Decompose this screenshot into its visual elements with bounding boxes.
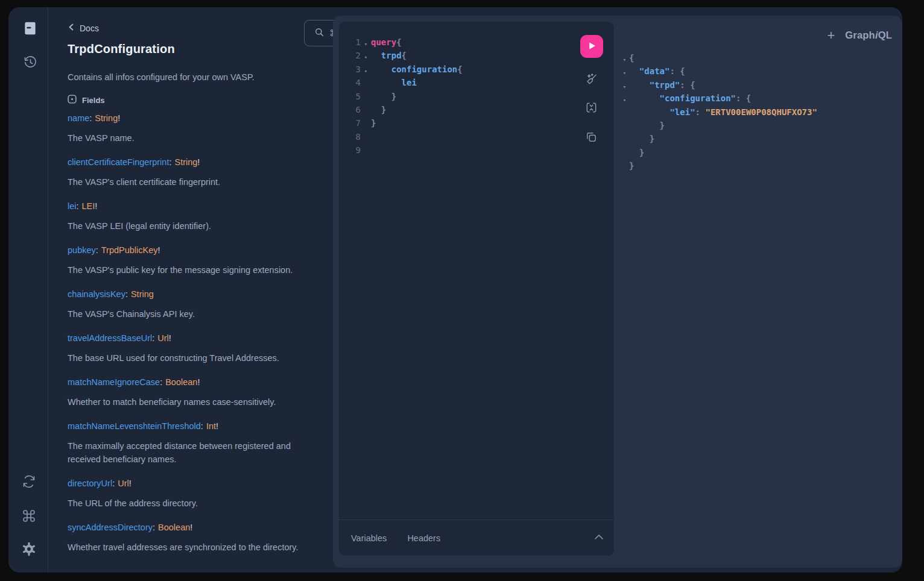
field-name-link[interactable]: chainalysisKey [68, 289, 128, 299]
execute-button[interactable] [580, 35, 603, 58]
field-name-link[interactable]: syncAddressDirectory [68, 523, 155, 532]
code-text: } [629, 148, 644, 161]
field-name-link[interactable]: travelAddressBaseUrl [68, 333, 154, 343]
merge-icon [584, 101, 598, 117]
code-token [629, 93, 660, 103]
field-description: Whether to match beneficiary names case-… [68, 395, 308, 409]
field-description: Whether travel addresses are synchronize… [68, 541, 308, 554]
refetch-icon [22, 474, 36, 489]
code-token: trpd [381, 51, 402, 60]
fold-arrow-icon[interactable]: ▾ [620, 53, 629, 66]
line-number: 7 [343, 118, 361, 131]
field-item: matchNameIgnoreCaseBooleanWhether to mat… [68, 376, 317, 409]
add-tab-button[interactable]: + [823, 28, 839, 43]
keyboard-shortcuts-button[interactable] [17, 504, 40, 527]
prettify-button[interactable] [584, 73, 598, 87]
refetch-schema-button[interactable] [17, 470, 40, 493]
settings-button[interactable] [17, 538, 40, 561]
breadcrumb-label[interactable]: Docs [80, 24, 99, 33]
field-type-link[interactable]: String [174, 157, 200, 167]
code-text: trpd{ [371, 51, 407, 64]
field-name-link[interactable]: lei [68, 201, 79, 211]
merge-fragments-button[interactable] [584, 101, 598, 116]
code-line: ▾ "trpd": { [620, 80, 817, 93]
query-editor[interactable]: 1▾query{2▾ trpd{3▾ configuration{4 lei5 … [343, 37, 575, 513]
field-type-link[interactable]: TrpdPublicKey [101, 245, 160, 255]
code-token [371, 78, 402, 87]
fold-arrow-icon[interactable]: ▾ [361, 64, 371, 78]
docs-book-icon [22, 20, 38, 36]
field-type-link[interactable]: Url [118, 479, 131, 488]
field-item: clientCertificateFingerprintStringThe VA… [68, 156, 317, 189]
code-token: query [371, 37, 396, 47]
code-line: 2▾ trpd{ [343, 51, 575, 64]
code-token: } [650, 134, 654, 143]
graphiql-logo[interactable]: GraphiQL [845, 30, 892, 41]
logo-part: QL [878, 30, 892, 40]
code-line: } [620, 121, 817, 134]
play-icon [586, 40, 597, 53]
field-name-link[interactable]: name [68, 113, 92, 123]
code-token: } [629, 161, 634, 171]
field-name-link[interactable]: pubkey [68, 245, 98, 255]
code-text: query{ [371, 37, 402, 51]
tab-headers[interactable]: Headers [407, 533, 440, 543]
code-token: configuration [391, 64, 458, 74]
fields-section-label: Fields [82, 96, 105, 105]
fold-spacer [361, 145, 371, 159]
field-signature: matchNameIgnoreCaseBoolean [68, 376, 317, 388]
code-token: lei [402, 78, 417, 87]
field-signature: clientCertificateFingerprintString [68, 156, 317, 168]
fold-arrow-icon[interactable]: ▾ [361, 37, 371, 51]
field-type-link[interactable]: Boolean [165, 377, 200, 387]
field-description: The URL of the address directory. [68, 497, 308, 510]
prettify-broom-icon [584, 72, 598, 89]
fold-arrow-icon[interactable]: ▾ [620, 66, 629, 80]
copy-icon [584, 130, 598, 146]
fold-spacer [361, 78, 371, 91]
tab-variables[interactable]: Variables [351, 533, 387, 543]
code-line: 4 lei [343, 78, 575, 91]
fold-arrow-icon[interactable]: ▾ [361, 51, 371, 64]
copy-query-button[interactable] [584, 131, 598, 145]
collapse-tools-button[interactable] [593, 532, 604, 543]
code-line: ▾ "configuration": { [620, 93, 817, 107]
fold-arrow-icon[interactable]: ▾ [620, 93, 629, 107]
fold-spacer [361, 105, 371, 118]
breadcrumb[interactable]: Docs [68, 23, 317, 33]
code-text: { [629, 53, 634, 66]
field-name-link[interactable]: matchNameLevenshteinThreshold [68, 421, 203, 431]
code-line: 7} [343, 118, 575, 131]
gear-icon [21, 541, 37, 557]
response-viewer: ▾{▾ "data": {▾ "trpd": {▾ "configuration… [620, 53, 817, 175]
code-line: 6 } [343, 105, 575, 118]
field-description: The VASP's public key for the message si… [68, 263, 308, 277]
field-description: The base URL used for constructing Trave… [68, 351, 308, 365]
fold-spacer [620, 134, 629, 147]
fold-spacer [361, 118, 371, 131]
editor-tools-bar: Variables Headers [339, 520, 614, 556]
field-name-link[interactable]: directoryUrl [68, 479, 115, 488]
field-signature: pubkeyTrpdPublicKey [68, 244, 317, 256]
field-type-link[interactable]: Url [157, 333, 171, 343]
app-window: ⌘ K Docs TrpdConfiguration Contains all … [8, 7, 902, 573]
field-type-link[interactable]: String [95, 113, 120, 123]
fold-arrow-icon[interactable]: ▾ [620, 80, 629, 93]
history-button[interactable] [19, 51, 42, 74]
code-token: "lei" [669, 107, 695, 117]
code-line: 5 } [343, 92, 575, 105]
field-item: directoryUrlUrlThe URL of the address di… [68, 477, 317, 510]
field-type-link[interactable]: Int [206, 421, 218, 431]
field-type-link[interactable]: LEI [82, 201, 98, 211]
fold-spacer [620, 148, 629, 161]
field-name-link[interactable]: clientCertificateFingerprint [68, 157, 171, 167]
chevron-left-icon [68, 23, 75, 33]
code-token: { [402, 51, 407, 60]
field-type-link[interactable]: Boolean [158, 523, 192, 532]
line-number: 3 [343, 64, 361, 78]
docs-button[interactable] [19, 17, 42, 40]
field-name-link[interactable]: matchNameIgnoreCase [68, 377, 162, 387]
field-description: The VASP's Chainalysis API key. [68, 307, 308, 321]
code-line: 9 [343, 145, 575, 159]
field-type-link[interactable]: String [131, 289, 154, 299]
